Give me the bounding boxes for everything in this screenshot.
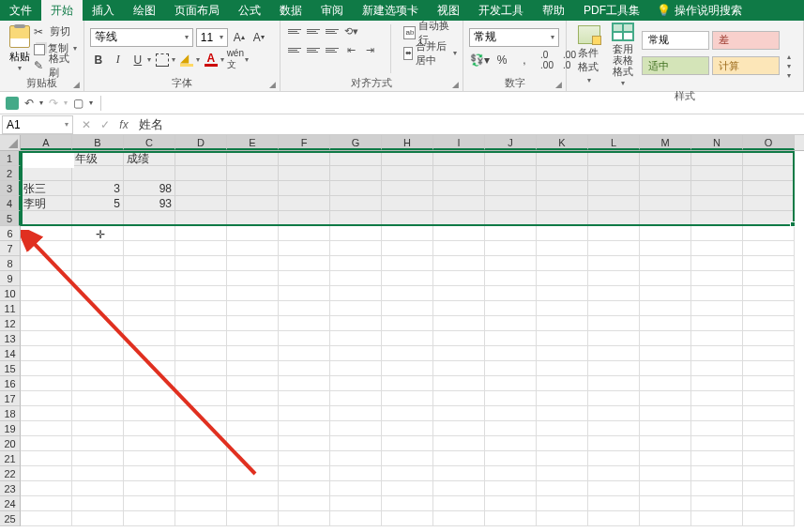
cell-B18[interactable] bbox=[72, 406, 124, 421]
cell-N1[interactable] bbox=[691, 151, 743, 166]
cell-C13[interactable] bbox=[124, 331, 175, 346]
cell-M9[interactable] bbox=[640, 271, 691, 286]
col-header-H[interactable]: H bbox=[382, 135, 433, 150]
cell-L5[interactable] bbox=[588, 211, 640, 226]
cell-K16[interactable] bbox=[537, 376, 588, 391]
cell-F22[interactable] bbox=[279, 466, 330, 481]
cell-E7[interactable] bbox=[227, 241, 279, 256]
cell-N9[interactable] bbox=[691, 271, 743, 286]
cell-J1[interactable] bbox=[485, 151, 537, 166]
cell-E12[interactable] bbox=[227, 316, 279, 331]
font-color-button[interactable]: A bbox=[203, 51, 220, 69]
cell-D8[interactable] bbox=[175, 256, 227, 271]
col-header-O[interactable]: O bbox=[743, 135, 795, 150]
cell-C14[interactable] bbox=[124, 346, 175, 361]
cell-B9[interactable] bbox=[72, 271, 124, 286]
format-as-table-button[interactable]: 套用 表格格式▾ bbox=[606, 23, 640, 87]
cell-G25[interactable] bbox=[330, 511, 382, 526]
cell-H8[interactable] bbox=[382, 256, 433, 271]
cell-J25[interactable] bbox=[485, 511, 537, 526]
cell-O20[interactable] bbox=[743, 436, 795, 451]
cell-H25[interactable] bbox=[382, 511, 433, 526]
cell-N25[interactable] bbox=[691, 511, 743, 526]
row-header-18[interactable]: 18 bbox=[0, 406, 21, 421]
col-header-J[interactable]: J bbox=[485, 135, 537, 150]
cell-K7[interactable] bbox=[537, 241, 588, 256]
cell-O10[interactable] bbox=[743, 286, 795, 301]
cell-I23[interactable] bbox=[433, 481, 485, 496]
cell-O5[interactable] bbox=[743, 211, 795, 226]
align-right-button[interactable] bbox=[324, 43, 341, 58]
cell-O23[interactable] bbox=[743, 481, 795, 496]
cell-K11[interactable] bbox=[537, 301, 588, 316]
cell-F2[interactable] bbox=[279, 166, 330, 181]
cell-G18[interactable] bbox=[330, 406, 382, 421]
cell-F25[interactable] bbox=[279, 511, 330, 526]
font-launcher[interactable]: ◢ bbox=[269, 80, 276, 89]
cell-M19[interactable] bbox=[640, 421, 691, 436]
cell-H3[interactable] bbox=[382, 181, 433, 196]
row-header-1[interactable]: 1 bbox=[0, 151, 21, 166]
cell-C11[interactable] bbox=[124, 301, 175, 316]
cell-M17[interactable] bbox=[640, 391, 691, 406]
cell-H18[interactable] bbox=[382, 406, 433, 421]
cell-L8[interactable] bbox=[588, 256, 640, 271]
number-launcher[interactable]: ◢ bbox=[555, 80, 562, 89]
cell-J20[interactable] bbox=[485, 436, 537, 451]
italic-button[interactable]: I bbox=[110, 51, 127, 69]
increase-decimal-button[interactable]: .0.00 bbox=[537, 51, 557, 69]
cell-N14[interactable] bbox=[691, 346, 743, 361]
cell-I13[interactable] bbox=[433, 331, 485, 346]
cell-J3[interactable] bbox=[485, 181, 537, 196]
cell-O1[interactable] bbox=[743, 151, 795, 166]
col-header-N[interactable]: N bbox=[691, 135, 743, 150]
cell-G3[interactable] bbox=[330, 181, 382, 196]
cell-G9[interactable] bbox=[330, 271, 382, 286]
col-header-B[interactable]: B bbox=[72, 135, 124, 150]
cell-D3[interactable] bbox=[175, 181, 227, 196]
cell-J21[interactable] bbox=[485, 451, 537, 466]
cell-M20[interactable] bbox=[640, 436, 691, 451]
col-header-E[interactable]: E bbox=[227, 135, 279, 150]
cell-L11[interactable] bbox=[588, 301, 640, 316]
cell-N24[interactable] bbox=[691, 496, 743, 511]
cell-C1[interactable]: 成绩 bbox=[124, 151, 175, 166]
cell-A21[interactable] bbox=[21, 451, 72, 466]
cell-I2[interactable] bbox=[433, 166, 485, 181]
cell-A15[interactable] bbox=[21, 361, 72, 376]
cell-N10[interactable] bbox=[691, 286, 743, 301]
cell-G13[interactable] bbox=[330, 331, 382, 346]
cell-J19[interactable] bbox=[485, 421, 537, 436]
cell-F3[interactable] bbox=[279, 181, 330, 196]
row-header-14[interactable]: 14 bbox=[0, 346, 21, 361]
cell-A12[interactable] bbox=[21, 316, 72, 331]
cancel-formula-button[interactable]: ✕ bbox=[77, 118, 96, 131]
cell-K18[interactable] bbox=[537, 406, 588, 421]
cell-F20[interactable] bbox=[279, 436, 330, 451]
cell-C9[interactable] bbox=[124, 271, 175, 286]
cell-E6[interactable] bbox=[227, 226, 279, 241]
cell-H17[interactable] bbox=[382, 391, 433, 406]
cell-M23[interactable] bbox=[640, 481, 691, 496]
cell-C17[interactable] bbox=[124, 391, 175, 406]
cell-H15[interactable] bbox=[382, 361, 433, 376]
cell-J24[interactable] bbox=[485, 496, 537, 511]
cell-G7[interactable] bbox=[330, 241, 382, 256]
cell-D11[interactable] bbox=[175, 301, 227, 316]
cell-I8[interactable] bbox=[433, 256, 485, 271]
cell-H9[interactable] bbox=[382, 271, 433, 286]
row-header-2[interactable]: 2 bbox=[0, 166, 21, 181]
cell-O17[interactable] bbox=[743, 391, 795, 406]
cell-A7[interactable] bbox=[21, 241, 72, 256]
cell-D15[interactable] bbox=[175, 361, 227, 376]
cell-J2[interactable] bbox=[485, 166, 537, 181]
cell-D10[interactable] bbox=[175, 286, 227, 301]
cell-G10[interactable] bbox=[330, 286, 382, 301]
tab-newtab[interactable]: 新建选项卡 bbox=[353, 0, 428, 21]
cell-K4[interactable] bbox=[537, 196, 588, 211]
cell-G24[interactable] bbox=[330, 496, 382, 511]
cell-M24[interactable] bbox=[640, 496, 691, 511]
cell-H6[interactable] bbox=[382, 226, 433, 241]
cell-C16[interactable] bbox=[124, 376, 175, 391]
cell-C24[interactable] bbox=[124, 496, 175, 511]
